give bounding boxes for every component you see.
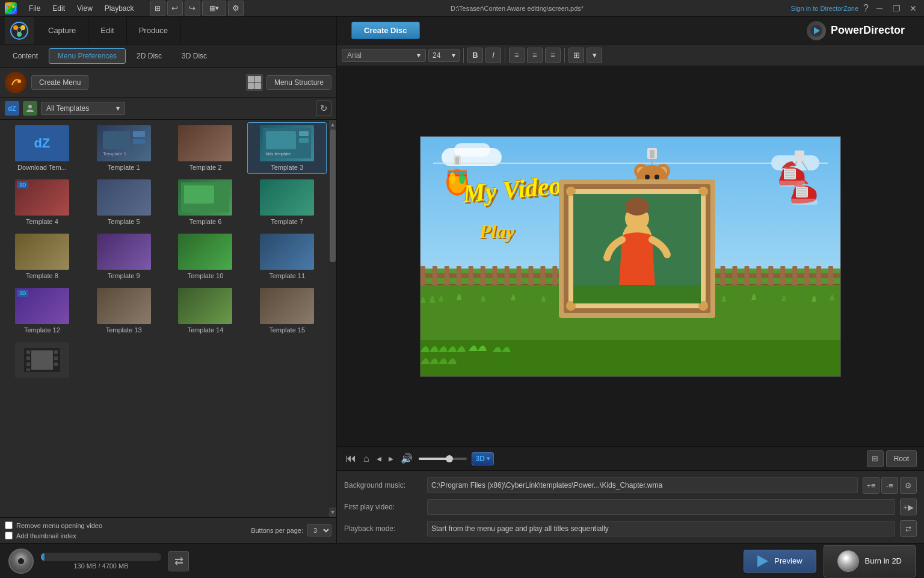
svg-line-101 — [802, 161, 808, 172]
grid-view-btn[interactable]: ⊞ — [867, 450, 884, 467]
transfer-btn[interactable]: ⇄ — [168, 551, 189, 571]
template-9[interactable]: Template 9 — [84, 231, 164, 282]
edit-tab[interactable]: Edit — [88, 17, 126, 44]
toolbar-settings-btn[interactable]: ⚙ — [228, 1, 244, 16]
font-size-select[interactable]: 24 ▾ — [428, 49, 460, 62]
align-center-btn[interactable]: ≡ — [527, 48, 543, 63]
template-download[interactable]: dZ Download Tem... — [2, 122, 82, 174]
template-4[interactable]: 3D Template 4 — [2, 176, 82, 228]
template-filter-dropdown[interactable]: All Templates ▾ — [41, 102, 125, 115]
2d-disc-tab[interactable]: 2D Disc — [128, 48, 171, 64]
template-4-thumb: 3D — [15, 179, 69, 216]
sign-in-link[interactable]: Sign in to DirectorZone — [791, 5, 859, 12]
prev-chapter-btn[interactable]: ⏮ — [344, 451, 357, 466]
template-grid-container: dZ Download Tem... Template 1 Template 1 — [0, 120, 329, 517]
capture-tab[interactable]: Capture — [36, 17, 88, 44]
align-right-btn[interactable]: ≡ — [545, 48, 561, 63]
create-menu-button[interactable]: Create Menu — [31, 75, 88, 90]
template-13[interactable]: Template 13 — [84, 285, 164, 337]
bold-btn[interactable]: B — [467, 48, 483, 63]
playback-mode-btn[interactable]: ⇄ — [900, 520, 917, 537]
add-video-btn[interactable]: +▶ — [900, 499, 917, 515]
template-3[interactable]: kids template Template 3 — [247, 122, 327, 174]
scroll-up-btn[interactable]: ▲ — [329, 120, 336, 129]
music-settings-btn[interactable]: ⚙ — [900, 477, 917, 494]
menu-playback[interactable]: Playback — [102, 3, 137, 14]
template-2[interactable]: Template 2 — [166, 122, 245, 174]
volume-btn[interactable]: 🔊 — [399, 452, 414, 465]
template-7[interactable]: Template 7 — [247, 176, 327, 228]
menu-structure-button[interactable]: Menu Structure — [266, 75, 331, 90]
template-extra-thumb — [15, 342, 69, 378]
font-select[interactable]: Arial ▾ — [342, 49, 426, 62]
template-6-thumb — [178, 179, 232, 216]
toolbar-sep-3 — [564, 48, 565, 63]
template-extra[interactable] — [2, 339, 82, 384]
dz-icon[interactable]: dZ — [5, 101, 19, 116]
my-templates-icon[interactable] — [23, 101, 37, 116]
menu-preferences-tab[interactable]: Menu Preferences — [49, 48, 126, 64]
toolbar-more-btn[interactable]: ▦▾ — [202, 1, 226, 16]
more-format-btn[interactable]: ▾ — [587, 48, 602, 63]
remove-music-btn[interactable]: -≡ — [881, 477, 898, 494]
template-7-thumb — [260, 179, 314, 216]
3d-disc-tab[interactable]: 3D Disc — [173, 48, 216, 64]
template-11[interactable]: Template 11 — [247, 231, 327, 282]
template-1-thumb: Template 1 — [97, 125, 151, 161]
menu-view[interactable]: View — [75, 3, 95, 14]
add-thumbnail-checkbox[interactable] — [5, 532, 13, 539]
buttons-per-page-select[interactable]: 3 4 6 — [307, 524, 331, 536]
template-4-label: Template 4 — [26, 218, 58, 225]
volume-knob[interactable] — [446, 455, 453, 462]
menu-file[interactable]: File — [26, 3, 43, 14]
next-btn[interactable]: ▸ — [387, 452, 395, 465]
playback-mode-label: Playback mode: — [344, 524, 422, 533]
svg-point-3 — [10, 10, 12, 12]
template-10[interactable]: Template 10 — [166, 231, 245, 282]
pd-icon — [807, 21, 826, 40]
remove-menu-video-checkbox[interactable] — [5, 521, 13, 529]
minimize-btn[interactable]: ─ — [873, 2, 886, 14]
template-15-thumb — [260, 288, 314, 324]
home-btn[interactable]: ⌂ — [362, 452, 371, 465]
first-play-label: First play video: — [344, 503, 422, 511]
content-tab[interactable]: Content — [4, 48, 47, 64]
produce-tab[interactable]: Produce — [127, 17, 180, 44]
template-8-thumb — [15, 234, 69, 270]
root-btn[interactable]: Root — [886, 450, 917, 467]
align-left-btn[interactable]: ≡ — [509, 48, 525, 63]
template-5[interactable]: Template 5 — [84, 176, 164, 228]
toolbar-grid-btn[interactable]: ⊞ — [150, 1, 165, 16]
scroll-thumb[interactable] — [330, 129, 336, 262]
template-1[interactable]: Template 1 Template 1 — [84, 122, 164, 174]
close-btn[interactable]: ✕ — [907, 2, 919, 14]
template-15[interactable]: Template 15 — [247, 285, 327, 337]
svg-point-1 — [7, 5, 10, 8]
template-11-thumb — [260, 234, 314, 270]
template-8[interactable]: Template 8 — [2, 231, 82, 282]
restore-btn[interactable]: ❐ — [890, 2, 902, 14]
scroll-down-btn[interactable]: ▼ — [329, 508, 336, 517]
template-12[interactable]: 3D Template 12 — [2, 285, 82, 337]
help-btn[interactable]: ? — [863, 3, 869, 14]
refresh-button[interactable]: ↻ — [316, 101, 331, 116]
menu-edit[interactable]: Edit — [50, 3, 67, 14]
template-scrollbar[interactable]: ▲ ▼ — [329, 120, 336, 517]
disc-icon — [8, 548, 34, 574]
template-14[interactable]: Template 14 — [166, 285, 245, 337]
add-thumbnail-checkbox-row[interactable]: Add thumbnail index — [5, 532, 102, 539]
toolbar-undo-btn[interactable]: ↩ — [167, 1, 183, 16]
template-6[interactable]: Template 6 — [166, 176, 245, 228]
create-disc-button[interactable]: Create Disc — [351, 22, 420, 39]
volume-slider[interactable] — [419, 458, 467, 460]
prev-btn[interactable]: ◂ — [375, 452, 383, 465]
svg-rect-16 — [133, 139, 145, 144]
italic-btn[interactable]: I — [485, 48, 501, 63]
table-btn[interactable]: ⊞ — [568, 48, 584, 63]
toolbar-redo-btn[interactable]: ↪ — [185, 1, 200, 16]
remove-menu-video-checkbox-row[interactable]: Remove menu opening video — [5, 521, 102, 529]
preview-button[interactable]: Preview — [744, 550, 816, 573]
3d-badge[interactable]: 3D ▾ — [472, 452, 494, 465]
add-music-btn[interactable]: +≡ — [863, 477, 879, 494]
burn-button[interactable]: Burn in 2D — [824, 545, 916, 577]
